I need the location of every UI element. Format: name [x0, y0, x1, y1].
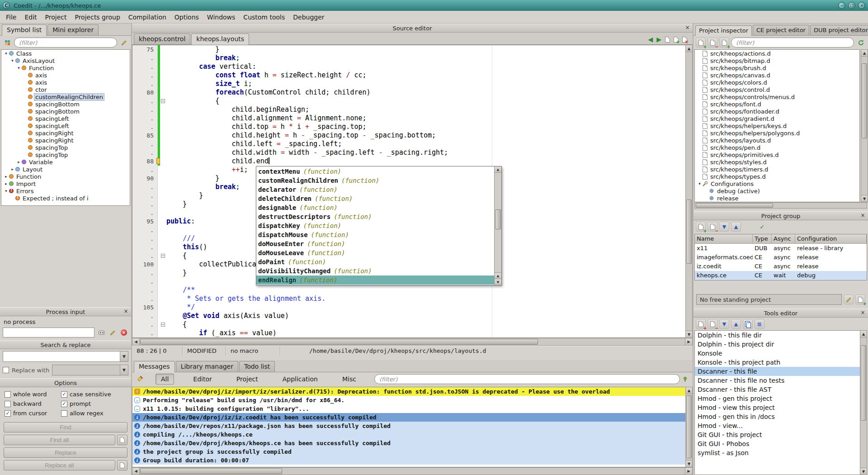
tool-hmod-gen-this-project[interactable]: Hmod - gen this project	[695, 394, 860, 403]
scroll-up-icon[interactable]: ▲	[495, 166, 501, 173]
checkbox-case-sensitive[interactable]: ✓case sensitive	[61, 391, 127, 398]
messages-vertical-scrollbar[interactable]: ▲ ▼	[685, 387, 693, 467]
scrollbar-thumb[interactable]	[140, 468, 282, 474]
tab-messages[interactable]: Messages	[134, 361, 175, 372]
add-tool-icon[interactable]: +	[696, 319, 706, 329]
scroll-down-icon[interactable]: ▼	[686, 460, 692, 467]
cell-name[interactable]: iz.coedit	[695, 262, 753, 271]
minimize-button[interactable]: −	[838, 2, 845, 9]
collapse-arrow-icon[interactable]: ▾	[9, 58, 15, 63]
scrollbar-track[interactable]	[495, 173, 501, 272]
window-titlebar[interactable]: C Coedit - /.../kheops/kheops.ce − □ ×	[0, 0, 868, 11]
message-row[interactable]: i/home/basile/Dev/dproj/iz/iz.coedit has…	[132, 413, 685, 422]
cell-configuration[interactable]: debug	[795, 271, 867, 280]
cell-type[interactable]: CE	[753, 253, 772, 262]
fold-icon[interactable]: −	[161, 323, 165, 327]
cell-type[interactable]: CE	[753, 262, 772, 271]
tool-dscanner-this-file-ast[interactable]: Dscanner - this file AST	[695, 385, 860, 394]
completion-item-domouseenter[interactable]: doMouseEnter(function)	[256, 239, 494, 248]
menu-windows[interactable]: Windows	[203, 12, 240, 22]
scrollbar-track[interactable]	[686, 52, 692, 331]
refresh-icon[interactable]	[856, 38, 866, 48]
tab-symbol-list[interactable]: Symbol list	[2, 24, 47, 36]
scroll-up-icon[interactable]: ▲	[686, 45, 692, 52]
checkbox-from-cursor[interactable]: ✓from cursor	[5, 410, 60, 417]
cell-configuration[interactable]: release	[795, 253, 867, 262]
completion-item-destructdescriptors[interactable]: destructDescriptors(function)	[256, 212, 494, 221]
scroll-down-icon[interactable]: ▼	[860, 468, 867, 475]
go-back-icon[interactable]: ◀	[648, 36, 653, 43]
tool-dscanner-this-file[interactable]: Dscanner - this file	[695, 367, 860, 376]
filter-misc[interactable]: Misc	[337, 374, 362, 385]
scrollbar-thumb[interactable]	[140, 339, 538, 345]
message-row[interactable]: …x11 1.0.15: building configuration "lib…	[132, 404, 685, 413]
symbol-spacingbottom[interactable]: spacingBottom	[1, 108, 130, 115]
messages-horizontal-scrollbar[interactable]: ◀ ▶	[132, 467, 693, 475]
scroll-left-icon[interactable]: ◀	[132, 338, 140, 345]
document-icon[interactable]	[665, 37, 670, 43]
completion-item-customrealignchildren[interactable]: customRealignChildren(function)	[256, 176, 494, 185]
file-src-kheops-gradient-d[interactable]: src/kheops/gradient.d	[695, 115, 859, 122]
file-release[interactable]: release	[695, 195, 859, 202]
file-tree-scrollbar[interactable]: ▲ ▼	[861, 49, 868, 202]
close-document-icon[interactable]: ×	[682, 37, 687, 43]
remove-source-icon[interactable]: −	[708, 38, 717, 48]
symbol-variable[interactable]: ▸Variable	[1, 158, 130, 166]
chevron-down-icon[interactable]: ▼	[120, 352, 128, 361]
filter-project[interactable]: Project	[231, 374, 264, 385]
messages-splitter[interactable]	[132, 356, 693, 360]
tool-git-gui-this-project[interactable]: Git GUI - this project	[695, 430, 860, 439]
categories-icon[interactable]	[2, 38, 12, 48]
file-src-kheops-controls-menus-d[interactable]: src/kheops/controls/menus.d	[695, 93, 859, 100]
menu-edit[interactable]: Edit	[20, 12, 41, 22]
message-row[interactable]: i/home/basile/Dev/repos/x11/package.json…	[132, 422, 685, 430]
scrollbar-thumb[interactable]	[696, 203, 773, 208]
symbol-errors[interactable]: ▾!Errors	[1, 187, 130, 195]
pin-icon[interactable]	[680, 374, 690, 384]
chevron-down-icon[interactable]: ▼	[120, 365, 128, 375]
symbol-class[interactable]: ▾Class	[1, 50, 130, 57]
find-all-options-icon[interactable]	[117, 435, 127, 445]
symbol-customrealignchildren[interactable]: customRealignChildren	[1, 93, 130, 100]
tools-scrollbar[interactable]: ▲ ▼	[860, 330, 867, 475]
cell-name[interactable]: kheops.ce	[695, 271, 753, 280]
close-icon[interactable]: ×	[859, 310, 866, 317]
filter-all[interactable]: All	[156, 374, 174, 385]
expand-arrow-icon[interactable]: ▸	[9, 167, 15, 171]
checkbox-prompt[interactable]: ✓prompt	[61, 400, 127, 407]
collapse-arrow-icon[interactable]: ▾	[697, 181, 703, 186]
editor-horizontal-scrollbar[interactable]: ◀ ▶	[132, 338, 693, 346]
scrollbar-thumb[interactable]	[686, 395, 692, 458]
file-src-kheops-helpers-polygons-d[interactable]: src/kheops/helpers/polygons.d	[695, 129, 859, 137]
expand-arrow-icon[interactable]: ▸	[3, 181, 9, 186]
file-src-kheops-fontloader-d[interactable]: src/kheops/fontloader.d	[695, 108, 859, 115]
code-editor[interactable]: 75 }. break;. case vertical:. const floa…	[132, 45, 685, 338]
close-icon[interactable]: ×	[684, 25, 691, 32]
cell-configuration[interactable]: release - library	[795, 244, 867, 253]
scroll-up-icon[interactable]: ▲	[495, 272, 501, 279]
symbol-ctor[interactable]: ctor	[1, 86, 130, 93]
collapse-arrow-icon[interactable]: ▾	[3, 51, 9, 56]
column-header-type[interactable]: Type	[753, 234, 772, 244]
tab-kheops-layouts[interactable]: kheops.layouts	[191, 33, 249, 45]
file-src-kheops-styles-d[interactable]: src/kheops/styles.d	[695, 158, 859, 166]
scrollbar-track[interactable]	[140, 468, 685, 475]
scroll-down-icon[interactable]: ▼	[686, 331, 692, 337]
scrollbar-thumb[interactable]	[686, 200, 692, 264]
replace-with-combobox[interactable]: ▼	[52, 365, 128, 375]
close-icon[interactable]: ×	[123, 309, 129, 315]
menu-options[interactable]: Options	[170, 12, 203, 22]
file-src-kheops-colors-d[interactable]: src/kheops/colors.d	[695, 79, 859, 86]
file-src-kheops-bitmap-d[interactable]: src/kheops/bitmap.d	[695, 57, 859, 64]
symbol-spacingtop[interactable]: spacingTop	[1, 151, 130, 158]
menu-debugger[interactable]: Debugger	[289, 12, 328, 22]
tool-dolphin-this-project-dir[interactable]: Dolphin - this project dir	[695, 340, 860, 349]
column-header-configuration[interactable]: Configuration	[795, 234, 867, 244]
filter-application[interactable]: Application	[277, 374, 323, 385]
pen-icon[interactable]	[108, 328, 117, 337]
cell-name[interactable]: x11	[695, 244, 753, 253]
move-tool-up-icon[interactable]: ▲	[731, 319, 741, 329]
file-tree-horizontal-scrollbar[interactable]	[694, 202, 867, 209]
symbol-spacingleft[interactable]: spacingLeft	[1, 122, 130, 129]
scroll-up-icon[interactable]: ▲	[686, 387, 692, 394]
